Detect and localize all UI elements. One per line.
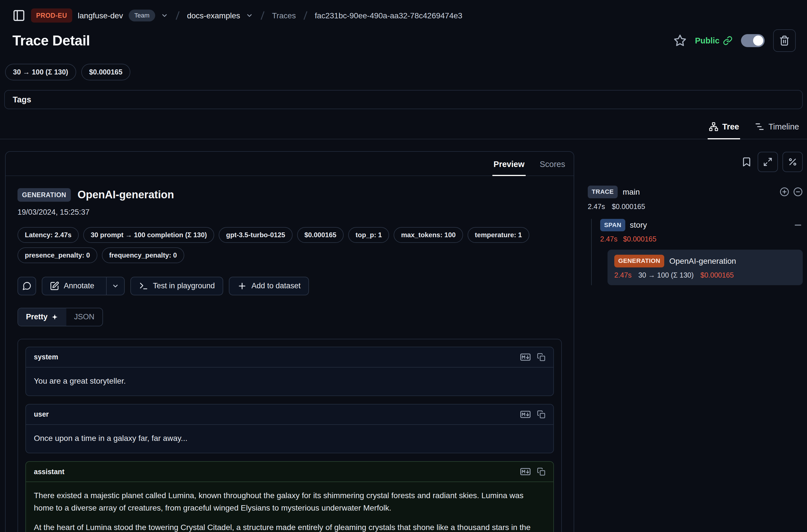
markdown-toggle-button[interactable] — [520, 466, 531, 477]
trace-name: main — [623, 187, 640, 197]
tree-zoom-controls — [780, 187, 803, 196]
observation-metadata-pills: Latency: 2.47s 30 prompt → 100 completio… — [18, 227, 562, 263]
public-toggle[interactable] — [741, 34, 765, 47]
message-header: assistant — [26, 462, 553, 482]
tab-scores[interactable]: Scores — [539, 152, 566, 176]
title-actions: Public — [674, 29, 796, 52]
message-content: You are a great storyteller. — [26, 367, 553, 396]
view-tabs: Tree Timeline — [0, 119, 807, 139]
toggle-knob — [753, 36, 763, 46]
tree-children: SPAN story 2.47s $0.000165 GENERATION Op… — [591, 219, 803, 285]
tree-node-trace[interactable]: TRACE main — [588, 186, 803, 198]
collapse-span-button[interactable] — [793, 220, 803, 230]
org-switcher-button[interactable] — [161, 12, 168, 19]
playground-button[interactable]: Test in playground — [130, 277, 223, 295]
link-icon[interactable] — [723, 36, 732, 45]
tab-timeline[interactable]: Timeline — [754, 119, 800, 139]
message-assistant: assistant There existed a majestic plane… — [25, 461, 554, 532]
generation-row: GENERATION OpenAI-generation — [614, 255, 796, 267]
pretty-label: Pretty — [26, 312, 48, 322]
observation-header: GENERATION OpenAI-generation — [18, 187, 562, 202]
trace-latency: 2.47s — [588, 202, 605, 212]
token-usage-pill: 30 prompt → 100 completion (Σ 130) — [83, 227, 214, 243]
trace-summary-badges: 30 → 100 (Σ 130) $0.000165 — [0, 64, 807, 80]
model-pill[interactable]: gpt-3.5-turbo-0125 — [219, 227, 292, 243]
annotate-label: Annotate — [64, 281, 94, 291]
copy-button[interactable] — [537, 410, 545, 419]
panel-left-icon — [13, 9, 25, 22]
trash-icon — [779, 35, 790, 46]
presence-penalty-pill: presence_penalty: 0 — [18, 247, 97, 263]
json-label: JSON — [74, 312, 95, 322]
minus-circle-icon — [793, 187, 803, 196]
tab-timeline-label: Timeline — [768, 121, 799, 133]
generation-name: OpenAI-generation — [669, 255, 736, 267]
sidebar-toggle-button[interactable] — [13, 9, 25, 22]
format-pretty-segment[interactable]: Pretty — [18, 308, 66, 326]
bookmark-trace-button[interactable] — [674, 34, 687, 47]
tab-tree[interactable]: Tree — [708, 119, 740, 139]
maximize-icon — [763, 157, 773, 167]
breadcrumb-traces-link[interactable]: Traces — [272, 10, 296, 21]
message-content: Once upon a time in a galaxy far, far aw… — [26, 425, 553, 453]
markdown-toggle-button[interactable] — [520, 409, 531, 420]
tags-section[interactable]: Tags — [4, 90, 803, 109]
observation-type-badge: GENERATION — [18, 188, 71, 202]
format-toggle: Pretty JSON — [18, 308, 103, 326]
toggle-metrics-button[interactable] — [783, 152, 803, 172]
markdown-icon — [520, 466, 531, 477]
span-latency: 2.47s — [600, 234, 617, 244]
comment-button[interactable] — [18, 277, 36, 295]
collapse-nodes-button[interactable] — [793, 187, 803, 196]
message-tools — [520, 409, 545, 420]
delete-trace-button[interactable] — [773, 29, 796, 52]
expand-nodes-button[interactable] — [780, 187, 789, 196]
message-tools — [520, 352, 545, 362]
markdown-toggle-button[interactable] — [520, 352, 531, 362]
pencil-square-icon — [50, 281, 59, 291]
message-user: user Once upon a time in a galaxy far, f… — [25, 404, 554, 453]
chevron-down-icon — [246, 12, 253, 19]
title-row: Trace Detail Public — [0, 23, 807, 52]
tree-node-span[interactable]: SPAN story — [600, 219, 803, 232]
tree-toolbar — [588, 152, 803, 172]
markdown-icon — [520, 352, 531, 362]
annotate-button[interactable]: Annotate — [42, 277, 101, 295]
breadcrumb-project[interactable]: docs-examples — [187, 10, 240, 21]
annotations-button[interactable] — [741, 156, 752, 167]
span-type-badge: SPAN — [600, 219, 625, 232]
trace-type-badge: TRACE — [588, 186, 618, 198]
tab-preview-label: Preview — [493, 160, 525, 169]
generation-latency: 2.47s — [614, 270, 632, 280]
tree-icon — [709, 122, 718, 131]
copy-button[interactable] — [537, 353, 545, 361]
copy-button[interactable] — [537, 468, 545, 476]
tree-node-generation-selected[interactable]: GENERATION OpenAI-generation 2.47s 30 → … — [607, 250, 803, 285]
project-switcher-button[interactable] — [246, 12, 253, 19]
messages-container: system You are a great storyteller. — [18, 339, 562, 532]
cost-pill: $0.000165 — [297, 227, 344, 243]
add-to-dataset-button[interactable]: Add to dataset — [229, 277, 309, 295]
frequency-penalty-pill: frequency_penalty: 0 — [102, 247, 184, 263]
expand-all-button[interactable] — [757, 152, 778, 172]
span-name: story — [630, 220, 647, 230]
assistant-paragraph: There existed a majestic planet called L… — [34, 489, 545, 514]
format-json-segment[interactable]: JSON — [66, 308, 102, 326]
breadcrumb-trace-id: fac231bc-90ee-490a-aa32-78c4269474e3 — [315, 10, 463, 21]
panel-tabs: Preview Scores — [6, 152, 574, 176]
tab-tree-label: Tree — [722, 121, 739, 133]
copy-icon — [537, 410, 545, 419]
tab-preview[interactable]: Preview — [492, 152, 526, 176]
page-title: Trace Detail — [13, 31, 90, 51]
message-tools — [520, 466, 545, 477]
generation-tokens: 30 → 100 (Σ 130) — [638, 270, 694, 280]
generation-type-badge: GENERATION — [614, 255, 664, 267]
breadcrumb-org[interactable]: langfuse-dev — [78, 10, 123, 21]
environment-badge: PROD-EU — [31, 8, 72, 23]
observation-body: GENERATION OpenAI-generation 19/03/2024,… — [6, 176, 574, 532]
breadcrumb-separator — [303, 11, 307, 20]
breadcrumb-separator — [261, 11, 265, 20]
annotate-dropdown-button[interactable] — [106, 277, 124, 295]
org-type-badge: Team — [129, 10, 155, 22]
observation-card: Preview Scores GENERATION OpenAI-generat… — [5, 151, 574, 532]
